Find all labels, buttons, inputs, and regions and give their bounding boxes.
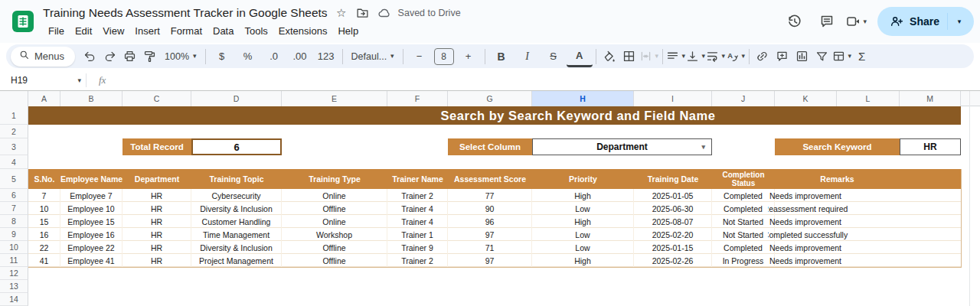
table-header-completion-status[interactable]: Completion Status: [712, 169, 775, 189]
cell[interactable]: Low: [532, 202, 634, 215]
cell[interactable]: Low: [532, 241, 634, 254]
cell[interactable]: Online: [282, 189, 387, 202]
cell[interactable]: Employee 41: [60, 254, 122, 267]
menu-edit[interactable]: Edit: [70, 24, 97, 38]
table-row[interactable]: 10Employee 10HRDiversity & InclusionOffl…: [28, 202, 961, 215]
horizontal-align-icon-caret[interactable]: ▾: [681, 53, 685, 60]
more-formats-icon[interactable]: 123: [313, 47, 339, 67]
formula-input[interactable]: [113, 70, 980, 90]
vertical-align-icon-caret[interactable]: ▾: [701, 53, 705, 60]
search-keyword-value[interactable]: HR: [900, 138, 961, 155]
cell[interactable]: Employee 15: [60, 215, 122, 228]
format-percent-icon[interactable]: %: [235, 47, 261, 67]
table-views-icon-caret[interactable]: ▾: [848, 53, 851, 60]
cell[interactable]: Completed: [712, 202, 775, 215]
font-size-input[interactable]: 8: [434, 48, 454, 65]
cell-remarks[interactable]: Needs improvement: [768, 215, 961, 228]
increase-decimal-icon[interactable]: .00: [287, 47, 313, 67]
table-row[interactable]: 15Employee 15HRCustomer HandlingOnlineTr…: [28, 215, 961, 228]
menu-view[interactable]: View: [97, 24, 129, 38]
menu-insert[interactable]: Insert: [129, 24, 165, 38]
table-header-training-date[interactable]: Training Date: [634, 169, 712, 189]
table-header-employee-name[interactable]: Employee Name: [60, 169, 122, 189]
bold-icon[interactable]: B: [488, 47, 514, 67]
row-header-4[interactable]: 4: [0, 155, 28, 169]
cell[interactable]: Trainer 2: [387, 189, 448, 202]
create-filter-icon[interactable]: [812, 47, 832, 67]
cell[interactable]: 2025-02-20: [634, 228, 712, 241]
cell[interactable]: Completed: [712, 241, 775, 254]
cell[interactable]: Trainer 1: [387, 228, 448, 241]
cell[interactable]: 15: [28, 215, 60, 228]
cell[interactable]: Project Management: [191, 254, 282, 267]
borders-icon[interactable]: [619, 47, 639, 67]
font-select[interactable]: Defaul...▾: [346, 47, 400, 67]
cell[interactable]: 96: [448, 215, 532, 228]
cell-remarks[interactable]: Reassessment required: [768, 202, 961, 215]
cell[interactable]: Employee 22: [60, 241, 122, 254]
cell[interactable]: 2025-08-07: [634, 215, 712, 228]
search-keyword-label[interactable]: Search Keyword: [775, 138, 900, 155]
text-rotation-icon[interactable]: A▾: [726, 47, 746, 67]
sheets-logo-icon[interactable]: [12, 11, 34, 32]
table-header-department[interactable]: Department: [122, 169, 191, 189]
fill-color-icon[interactable]: [599, 47, 619, 67]
cell[interactable]: High: [532, 254, 634, 267]
text-color-icon[interactable]: A: [567, 45, 593, 67]
column-header-D[interactable]: D: [191, 91, 282, 106]
cell[interactable]: Not Started: [712, 215, 775, 228]
cell[interactable]: 2025-01-15: [634, 241, 712, 254]
table-header-training-topic[interactable]: Training Topic: [191, 169, 282, 189]
version-history-icon[interactable]: [781, 8, 808, 35]
insert-link-icon[interactable]: [753, 47, 773, 67]
column-header-H[interactable]: H: [532, 91, 634, 106]
cell[interactable]: 2025-01-05: [634, 189, 712, 202]
column-header-M[interactable]: M: [900, 91, 961, 106]
column-header-L[interactable]: L: [837, 91, 900, 106]
cell[interactable]: HR: [122, 215, 191, 228]
cell[interactable]: 7: [28, 189, 60, 202]
cell[interactable]: 71: [448, 241, 532, 254]
row-header-11[interactable]: 11: [0, 254, 28, 267]
functions-icon[interactable]: Σ: [852, 47, 872, 67]
menu-format[interactable]: Format: [165, 24, 207, 38]
cell[interactable]: Offline: [282, 202, 387, 215]
row-header-3[interactable]: 3: [0, 138, 28, 155]
cell-remarks[interactable]: Needs improvement: [768, 189, 961, 202]
cell[interactable]: HR: [122, 254, 191, 267]
menu-data[interactable]: Data: [207, 24, 239, 38]
row-header-9[interactable]: 9: [0, 228, 28, 241]
column-header-J[interactable]: J: [712, 91, 775, 106]
select-column-caret-icon[interactable]: ▾: [701, 143, 705, 151]
saved-status[interactable]: Saved to Drive: [398, 8, 461, 18]
vertical-align-icon[interactable]: ▾: [686, 47, 706, 67]
column-header-C[interactable]: C: [122, 91, 191, 106]
cell-remarks[interactable]: Needs improvement: [768, 254, 961, 267]
zoom-select[interactable]: 100%▾: [159, 47, 202, 67]
horizontal-align-icon[interactable]: ▾: [666, 47, 686, 67]
cell[interactable]: Completed: [712, 189, 775, 202]
text-wrap-icon-caret[interactable]: ▾: [721, 53, 725, 60]
table-row[interactable]: 16Employee 16HRTime ManagementWorkshopTr…: [28, 228, 961, 241]
cell[interactable]: 22: [28, 241, 60, 254]
name-box[interactable]: H19 ▾: [0, 75, 81, 86]
cell[interactable]: Trainer 9: [387, 241, 448, 254]
select-column-label[interactable]: Select Column: [448, 138, 532, 155]
menu-help[interactable]: Help: [332, 24, 364, 38]
row-header-7[interactable]: 7: [0, 202, 28, 215]
select-column-dropdown[interactable]: Department▾: [532, 138, 712, 155]
increase-font-size-icon[interactable]: +: [456, 47, 482, 67]
menu-extensions[interactable]: Extensions: [273, 24, 333, 38]
menu-tools[interactable]: Tools: [239, 24, 273, 38]
cell[interactable]: 97: [448, 228, 532, 241]
cell[interactable]: Low: [532, 228, 634, 241]
star-icon[interactable]: ☆: [334, 5, 349, 21]
table-header-priority[interactable]: Priority: [532, 169, 634, 189]
text-rotation-icon-caret[interactable]: ▾: [741, 53, 745, 60]
redo-icon[interactable]: [100, 47, 119, 67]
table-header-training-type[interactable]: Training Type: [282, 169, 387, 189]
cell[interactable]: Cybersecurity: [191, 189, 282, 202]
column-header-B[interactable]: B: [60, 91, 122, 106]
cell[interactable]: 2025-02-26: [634, 254, 712, 267]
table-row[interactable]: 22Employee 22HRDiversity & InclusionOffl…: [28, 241, 961, 254]
